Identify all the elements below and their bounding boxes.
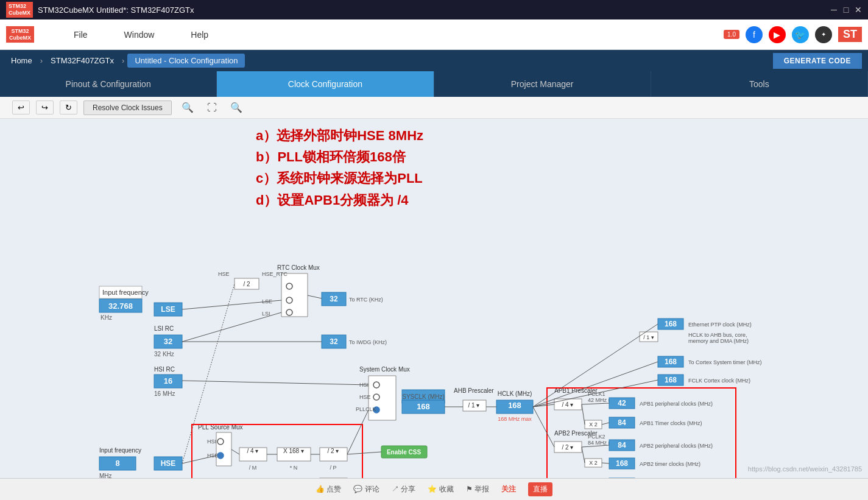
twitter-icon[interactable]: 🐦: [792, 26, 809, 43]
svg-point-26: [286, 309, 292, 315]
svg-text:LSI RC: LSI RC: [154, 325, 174, 332]
svg-text:8: 8: [115, 459, 119, 468]
svg-text:168: 168: [665, 376, 677, 384]
svg-text:168 MHz max: 168 MHz max: [498, 416, 532, 422]
svg-text:System Clock Mux: System Clock Mux: [359, 366, 410, 373]
menu-file[interactable]: File: [71, 27, 91, 43]
svg-text:HSE: HSE: [359, 394, 371, 400]
svg-text:Ethernet PTP clock (MHz): Ethernet PTP clock (MHz): [688, 322, 752, 328]
svg-text:memory and DMA (MHz): memory and DMA (MHz): [688, 338, 749, 344]
menu-help[interactable]: Help: [188, 27, 211, 43]
svg-text:HCLK to AHB bus, core,: HCLK to AHB bus, core,: [688, 332, 747, 338]
app-logo: STM32CubeMX: [6, 2, 33, 18]
svg-text:LSI: LSI: [262, 311, 270, 317]
fit-button[interactable]: ⛶: [203, 101, 221, 114]
svg-point-24: [286, 283, 292, 289]
svg-text:Input frequency: Input frequency: [102, 289, 149, 296]
resolve-clock-button[interactable]: Resolve Clock Issues: [83, 100, 172, 115]
svg-text:AHB Prescaler: AHB Prescaler: [454, 387, 494, 394]
generate-code-button[interactable]: GENERATE CODE: [773, 53, 862, 69]
brand-logo: STM32CubeMX: [6, 26, 34, 43]
stm32-brand: STM32CubeMX: [6, 26, 34, 43]
collect-button[interactable]: ⭐ 收藏: [428, 484, 453, 495]
svg-text:PLLCLK: PLLCLK: [356, 406, 376, 412]
tab-tools[interactable]: Tools: [651, 71, 868, 97]
window-title: STM32CubeMX Untitled*: STM32F407ZGTx: [38, 5, 194, 15]
svg-text:32: 32: [330, 295, 338, 303]
svg-text:KHz: KHz: [101, 314, 112, 321]
svg-text:FCLK Cortex clock (MHz): FCLK Cortex clock (MHz): [688, 378, 750, 384]
svg-text:168: 168: [665, 320, 677, 328]
zoom-in-button[interactable]: 🔍: [178, 100, 197, 114]
svg-text:LSE: LSE: [161, 305, 175, 314]
watermark: https://blog.csdn.net/weixin_43281785: [748, 465, 862, 473]
svg-point-25: [286, 297, 292, 303]
svg-text:32: 32: [164, 337, 172, 346]
svg-text:32 KHz: 32 KHz: [154, 351, 174, 357]
svg-point-41: [373, 382, 379, 388]
refresh-button[interactable]: ↻: [60, 100, 77, 114]
menu-bar: STM32CubeMX File Window Help 1.0 f ▶ 🐦 ✦…: [0, 19, 868, 50]
title-bar: STM32CubeMX STM32CubeMX Untitled*: STM32…: [0, 0, 868, 19]
star-icon[interactable]: ✦: [815, 26, 832, 43]
svg-text:To IWDG (KHz): To IWDG (KHz): [349, 339, 387, 345]
tab-pinout[interactable]: Pinout & Configuration: [0, 71, 217, 97]
menu-items: File Window Help: [71, 27, 211, 43]
minimize-button[interactable]: ─: [830, 6, 838, 13]
svg-marker-23: [281, 273, 308, 317]
toolbar: ↩ ↪ ↻ Resolve Clock Issues 🔍 ⛶ 🔍: [0, 97, 868, 119]
undo-button[interactable]: ↩: [12, 100, 30, 114]
svg-text:To RTC (KHz): To RTC (KHz): [349, 297, 383, 303]
youtube-icon[interactable]: ▶: [769, 26, 786, 43]
version-badge: 1.0: [724, 30, 739, 39]
menu-window[interactable]: Window: [121, 27, 158, 43]
follow-button[interactable]: 关注: [501, 484, 516, 495]
svg-text:Input frequency: Input frequency: [99, 447, 141, 454]
svg-text:HCLK (MHz): HCLK (MHz): [498, 390, 532, 397]
share-button[interactable]: ↗ 分享: [392, 484, 415, 495]
svg-text:To Cortex System timer (MHz): To Cortex System timer (MHz): [688, 359, 762, 365]
report-button[interactable]: ⚑ 举报: [466, 484, 489, 495]
tab-project[interactable]: Project Manager: [434, 71, 651, 97]
svg-text:16: 16: [164, 376, 172, 386]
breadcrumb: Home › STM32F407ZGTx › Untitled - Clock …: [0, 50, 868, 71]
tab-clock[interactable]: Clock Configuration: [217, 71, 434, 97]
maximize-button[interactable]: □: [842, 6, 850, 13]
comment-button[interactable]: 💬 评论: [353, 484, 379, 495]
svg-text:16 MHz: 16 MHz: [154, 390, 175, 397]
svg-text:168: 168: [665, 357, 677, 366]
bc-sep1: ›: [40, 56, 43, 65]
like-button[interactable]: 👍 点赞: [316, 484, 341, 495]
bottom-bar: 👍 点赞 💬 评论 ↗ 分享 ⭐ 收藏 ⚑ 举报 关注 直播: [0, 478, 868, 500]
bc-sep2: ›: [122, 56, 124, 65]
zoom-out-button[interactable]: 🔍: [227, 100, 246, 114]
svg-text:168: 168: [508, 401, 521, 410]
bc-current[interactable]: Untitled - Clock Configuration: [127, 54, 245, 68]
main-content: Input frequency 32.768 KHz LSE LSI RC 32…: [0, 119, 868, 500]
clock-diagram: Input frequency 32.768 KHz LSE LSI RC 32…: [0, 119, 868, 500]
svg-text:HSI RC: HSI RC: [154, 366, 175, 373]
svg-text:/ 2: / 2: [243, 281, 250, 287]
svg-text:32.768: 32.768: [108, 301, 133, 311]
bc-device[interactable]: STM32F407ZGTx: [46, 54, 119, 67]
svg-text:HSE: HSE: [218, 271, 230, 277]
menu-right: 1.0 f ▶ 🐦 ✦ ST: [724, 26, 862, 43]
bc-home[interactable]: Home: [6, 54, 37, 67]
live-button[interactable]: 直播: [528, 482, 552, 496]
svg-text:32: 32: [330, 337, 338, 346]
st-brand: ST: [838, 27, 862, 42]
svg-point-42: [373, 394, 379, 400]
svg-text:/ 1 ▾: / 1 ▾: [643, 334, 654, 340]
tab-bar: Pinout & Configuration Clock Configurati…: [0, 71, 868, 97]
window-controls: ─ □ ✕: [830, 6, 862, 13]
clock-diagram-svg: Input frequency 32.768 KHz LSE LSI RC 32…: [0, 119, 868, 500]
svg-text:Enable CSS: Enable CSS: [387, 449, 421, 456]
svg-text:HSE_RTC: HSE_RTC: [262, 271, 288, 277]
svg-text:HSE: HSE: [161, 459, 176, 468]
svg-text:SYSCLK (MHz): SYSCLK (MHz): [402, 393, 444, 400]
redo-button[interactable]: ↪: [36, 100, 54, 114]
svg-text:168: 168: [417, 402, 430, 411]
svg-text:RTC Clock Mux: RTC Clock Mux: [277, 264, 320, 271]
close-button[interactable]: ✕: [855, 6, 862, 13]
facebook-icon[interactable]: f: [746, 26, 763, 43]
